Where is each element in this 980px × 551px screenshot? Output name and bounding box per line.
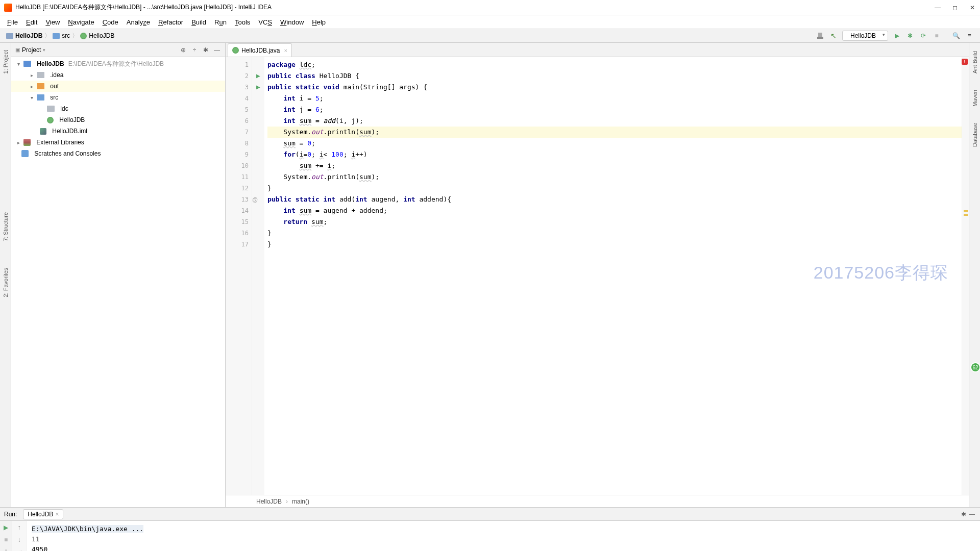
menu-vcs[interactable]: VCS (254, 17, 276, 28)
menu-build[interactable]: Build (187, 17, 210, 28)
tree-src[interactable]: ▾ src (11, 92, 225, 103)
run-line-icon[interactable]: ▶ (252, 82, 264, 93)
svg-rect-0 (817, 37, 823, 39)
editor-tab[interactable]: HelloJDB.java × (228, 43, 292, 57)
search-icon[interactable]: 🔍 (950, 30, 962, 42)
settings-icon[interactable]: ✱ (202, 46, 210, 54)
rail-favorites[interactable]: 2: Favorites (3, 268, 9, 297)
window-title: HelloJDB [E:\IDEA\IDEA各种源文件\HelloJDB] - … (15, 3, 934, 12)
menu-file[interactable]: File (3, 17, 22, 28)
menu-run[interactable]: Run (210, 17, 231, 28)
breadcrumb-root[interactable]: HelloJDB (4, 32, 44, 39)
rail-antbuild[interactable]: Ant Build (972, 51, 978, 73)
run-hide-icon[interactable]: — (968, 510, 976, 518)
rail-structure[interactable]: 7: Structure (3, 212, 9, 241)
breadcrumb-src[interactable]: src (51, 32, 72, 39)
right-tool-rail: Ant Build Maven Database (969, 43, 980, 507)
run-tab[interactable]: HelloJDB× (23, 509, 63, 519)
main-body: 1: Project 7: Structure 2: Favorites ▣ P… (0, 43, 980, 507)
run-body: ▶ ■ ‖ ▦ 📌 ↑ ↓ ⇥ ⤓ 🖶 🗑 E:\JAVA\JDK\bin\ja… (0, 521, 980, 551)
line-gutter: 1234567891011121314151617 (226, 57, 252, 495)
structure-icon[interactable]: ≡ (963, 30, 975, 42)
menu-code[interactable]: Code (99, 17, 122, 28)
editor-breadcrumbs[interactable]: HelloJDB›main() (226, 495, 969, 507)
collapse-icon[interactable]: ÷ (190, 46, 199, 54)
error-badge-icon[interactable]: ! (962, 59, 968, 65)
run-label: Run: (4, 511, 17, 518)
error-stripe[interactable]: ! (962, 57, 969, 495)
rerun-icon[interactable]: ▶ (2, 523, 11, 532)
run-panel: Run: HelloJDB× ✱ — ▶ ■ ‖ ▦ 📌 ↑ ↓ ⇥ ⤓ 🖶 🗑… (0, 507, 980, 551)
editor-tabs: HelloJDB.java × (226, 43, 969, 57)
up-icon[interactable]: ↑ (15, 523, 24, 532)
console[interactable]: E:\JAVA\JDK\bin\java.exe ... 11 4950 Pro… (27, 521, 980, 551)
left-tool-rail: 1: Project 7: Structure 2: Favorites (0, 43, 11, 507)
code-area[interactable]: 1234567891011121314151617 ▶▶ @ package l… (226, 57, 969, 495)
editor-area: HelloJDB.java × 123456789101112131415161… (226, 43, 969, 507)
java-file-icon (232, 47, 239, 54)
run-settings-icon[interactable]: ✱ (960, 510, 968, 518)
run-line-icon[interactable]: ▶ (252, 70, 264, 82)
tree-out[interactable]: ▸ out (11, 81, 225, 92)
menu-refactor[interactable]: Refactor (154, 17, 187, 28)
run-config-selector[interactable]: HelloJDB (842, 31, 888, 41)
menu-analyze[interactable]: Analyze (122, 17, 154, 28)
pause-icon[interactable]: ‖ (2, 547, 11, 551)
wrap-icon[interactable]: ⇥ (15, 547, 24, 551)
project-panel: ▣ Project ▾ ⊕ ÷ ✱ — ▾ HelloJDBE:\IDEA\ID… (11, 43, 226, 507)
close-button[interactable]: ✕ (969, 4, 976, 11)
locate-icon[interactable]: ⊕ (179, 46, 187, 54)
menubar: File Edit View Navigate Code Analyze Ref… (0, 15, 980, 29)
menu-window[interactable]: Window (276, 17, 308, 28)
tab-close-icon[interactable]: × (284, 47, 287, 54)
menu-navigate[interactable]: Navigate (64, 17, 98, 28)
rail-maven[interactable]: Maven (972, 90, 978, 107)
titlebar: HelloJDB [E:\IDEA\IDEA各种源文件\HelloJDB] - … (0, 0, 980, 15)
tree-hello[interactable]: HelloJDB (11, 114, 225, 126)
menu-edit[interactable]: Edit (22, 17, 41, 28)
tree-idea[interactable]: ▸ .idea (11, 69, 225, 81)
floating-badge[interactable]: 62 (970, 362, 980, 372)
hide-icon[interactable]: — (213, 46, 221, 54)
tree-extlib[interactable]: ▸ External Libraries (11, 137, 225, 148)
coverage-icon[interactable]: ⟳ (917, 30, 929, 42)
down-icon[interactable]: ↓ (15, 535, 24, 544)
tree-ldc[interactable]: ldc (11, 103, 225, 114)
back-icon[interactable]: ↖ (827, 30, 840, 42)
menu-help[interactable]: Help (308, 17, 330, 28)
menu-view[interactable]: View (41, 17, 64, 28)
nav-toolbar: HelloJDB 〉 src 〉 HelloJDB ↖ HelloJDB ▶ ✱… (0, 29, 980, 43)
tab-label: HelloJDB.java (241, 47, 280, 54)
tree-iml[interactable]: HelloJDB.iml (11, 126, 225, 137)
minimize-button[interactable]: — (934, 4, 941, 11)
run-left-toolbar2: ↑ ↓ ⇥ ⤓ 🖶 🗑 (12, 521, 27, 551)
build-icon[interactable] (814, 30, 826, 42)
run-gutter: ▶▶ @ (252, 57, 264, 495)
stop-icon[interactable]: ■ (2, 535, 11, 544)
watermark: 20175206李得琛 (814, 261, 948, 285)
run-icon[interactable]: ▶ (891, 30, 903, 42)
rail-project[interactable]: 1: Project (3, 50, 9, 73)
project-header: ▣ Project ▾ ⊕ ÷ ✱ — (11, 43, 225, 57)
tree-scratch[interactable]: Scratches and Consoles (11, 148, 225, 159)
run-left-toolbar: ▶ ■ ‖ ▦ 📌 (0, 521, 12, 551)
svg-rect-1 (818, 33, 822, 37)
project-tree: ▾ HelloJDBE:\IDEA\IDEA各种源文件\HelloJDB ▸ .… (11, 57, 225, 507)
debug-icon[interactable]: ✱ (904, 30, 916, 42)
rail-database[interactable]: Database (972, 123, 978, 147)
maximize-button[interactable]: ◻ (951, 4, 959, 11)
run-tabs: Run: HelloJDB× ✱ — (0, 508, 980, 521)
stop-icon[interactable]: ■ (930, 30, 943, 42)
menu-tools[interactable]: Tools (231, 17, 254, 28)
app-icon (4, 4, 12, 12)
tree-root[interactable]: ▾ HelloJDBE:\IDEA\IDEA各种源文件\HelloJDB (11, 58, 225, 69)
breadcrumb-file[interactable]: HelloJDB (78, 32, 116, 39)
